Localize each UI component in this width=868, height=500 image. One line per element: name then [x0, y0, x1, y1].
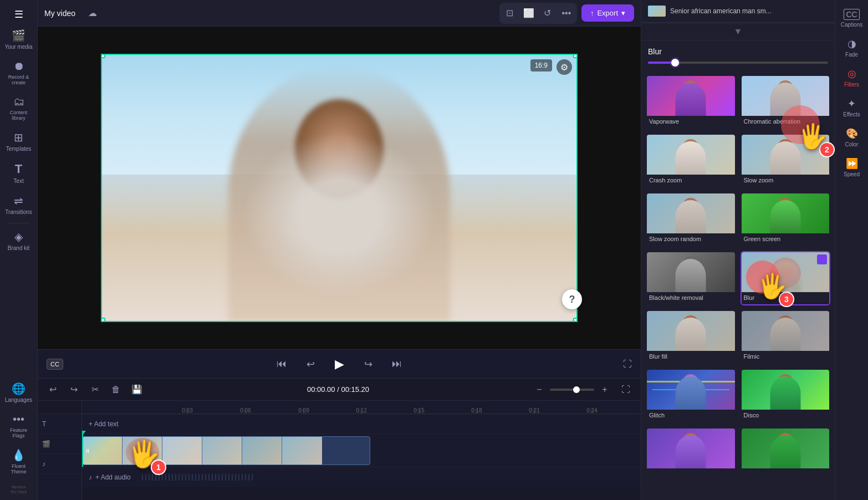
fullscreen-button[interactable]: ⛶: [623, 359, 632, 369]
filter-slow-zoom[interactable]: Slow zoom: [741, 134, 831, 188]
ft-body: [676, 200, 706, 233]
resize-handle-br[interactable]: [573, 318, 578, 322]
filter-bw[interactable]: Black/white removal: [646, 251, 736, 305]
panel-expand-arrow[interactable]: ›: [576, 177, 578, 199]
main-content: My video ☁ ⊡ ⬜ ↺ ••• ↑ Export ▾: [38, 0, 641, 500]
sidebar-item-fluent-theme[interactable]: 💧 FluentTheme: [0, 444, 37, 479]
ft-body: [770, 376, 800, 410]
sidebar-item-brand-kit[interactable]: ◈ Brand kit: [0, 226, 37, 256]
filter-vaporwave[interactable]: Vaporwave: [646, 75, 736, 129]
sidebar-item-content-library[interactable]: 🗂 Contentlibrary: [0, 91, 37, 125]
filter-green-screen[interactable]: Green screen: [741, 192, 831, 247]
filter-blur-fill[interactable]: Blur fill: [646, 310, 736, 364]
filter-filmic[interactable]: Filmic: [741, 310, 831, 364]
tool-effects[interactable]: ✦ Effects: [835, 93, 868, 122]
sidebar-item-templates[interactable]: ⊞ Templates: [0, 126, 37, 156]
resize-handle-bl[interactable]: [101, 318, 105, 322]
filter-crash-zoom[interactable]: Crash zoom: [646, 134, 736, 188]
cut-button[interactable]: ✂: [86, 381, 103, 398]
captions-button[interactable]: CC: [47, 359, 63, 370]
zoom-slider[interactable]: [550, 389, 594, 391]
clip-thumbnails: [83, 437, 370, 465]
timeline-expand-button[interactable]: ⛶: [617, 381, 634, 398]
filter-thumb-slow-zoom-random: [647, 193, 735, 233]
add-text-track[interactable]: + Add text: [82, 414, 641, 434]
version-label: Versionf5173e3: [11, 484, 27, 494]
sidebar-item-your-media[interactable]: 🎬 Your media: [0, 24, 37, 54]
transitions-icon: ⇌: [14, 194, 23, 207]
sidebar-item-record[interactable]: ⏺ Record &create: [0, 55, 37, 90]
scroll-indicator[interactable]: ▼: [641, 23, 835, 40]
fluent-theme-icon: 💧: [12, 448, 25, 462]
ft-body: [770, 435, 800, 468]
timeline-tracks[interactable]: 0:03 0:06 0:09 0:12 0:15 0:18 0:21 0:24: [82, 401, 641, 500]
hamburger-button[interactable]: ☰: [9, 4, 29, 24]
filter-disco[interactable]: Disco: [741, 369, 831, 423]
zoom-out-button[interactable]: −: [531, 381, 548, 398]
help-button[interactable]: ?: [562, 289, 582, 309]
video-canvas[interactable]: ⚙ 16:9 ›: [101, 54, 578, 322]
filter-blur[interactable]: ≡ Blur: [741, 251, 831, 305]
play-button[interactable]: ▶: [329, 354, 349, 374]
timeline-playhead[interactable]: [82, 434, 83, 467]
tool-color[interactable]: 🎨 Color: [835, 123, 868, 152]
sidebar-item-version: Versionf5173e3: [0, 480, 37, 499]
filter-effect14[interactable]: [741, 427, 831, 482]
zoom-slider-thumb[interactable]: [573, 386, 580, 393]
video-clip[interactable]: ⏸: [82, 436, 370, 465]
aspect-ratio-display[interactable]: 16:9: [530, 59, 552, 72]
filter-effect13[interactable]: [646, 427, 736, 482]
aspect-ratio-button[interactable]: ⬜: [520, 5, 537, 22]
blur-slider-container: [648, 62, 828, 64]
redo-button[interactable]: ↪: [65, 381, 82, 398]
cloud-save-button[interactable]: ☁: [84, 5, 101, 22]
tool-speed[interactable]: ⏩ Speed: [835, 153, 868, 182]
filter-glitch[interactable]: Glitch: [646, 369, 736, 423]
blur-slider[interactable]: [648, 62, 828, 64]
rewind-button[interactable]: ↩: [300, 354, 320, 374]
video-settings-button[interactable]: ⚙: [556, 59, 572, 75]
tool-fade[interactable]: ◑ Fade: [835, 33, 868, 62]
ft-body: [676, 259, 706, 292]
sidebar-item-transitions[interactable]: ⇌ Transitions: [0, 190, 37, 220]
filters-tool-icon: ◎: [847, 68, 856, 80]
add-audio-track[interactable]: ♪ + Add audio: [82, 467, 641, 487]
filter-chromatic[interactable]: Chromatic aberration: [741, 75, 831, 129]
ft-body: [770, 318, 800, 351]
project-title[interactable]: My video: [44, 9, 75, 18]
zoom-group: − +: [531, 381, 613, 398]
resize-handle-tl[interactable]: [101, 54, 105, 58]
audio-track-label: ♪: [38, 454, 81, 474]
tool-captions[interactable]: CC Captions: [835, 4, 868, 32]
video-track[interactable]: ⏸: [82, 434, 641, 467]
forward-button[interactable]: ↪: [358, 354, 378, 374]
timeline-labels: T 🎬 ♪: [38, 401, 82, 500]
zoom-in-button[interactable]: +: [596, 381, 613, 398]
crop-button[interactable]: ⊡: [502, 5, 518, 22]
music-note-icon: ♪: [89, 473, 92, 481]
timeline-ruler: 0:03 0:06 0:09 0:12 0:15 0:18 0:21 0:24: [82, 401, 641, 414]
delete-button[interactable]: 🗑: [108, 381, 124, 398]
sidebar-item-feature-flags[interactable]: ••• FeatureFlags: [0, 409, 37, 443]
audio-track-icon: ♪: [42, 460, 45, 468]
sidebar-item-languages[interactable]: 🌐 Languages: [0, 377, 37, 407]
filter-label: Chromatic aberration: [742, 116, 830, 128]
skip-back-button[interactable]: ⏮: [272, 354, 292, 374]
filter-thumb-filmic: [742, 311, 830, 351]
blur-slider-thumb[interactable]: [671, 59, 679, 67]
resize-handle-tr[interactable]: [573, 54, 578, 58]
left-sidebar: ☰ 🎬 Your media ⏺ Record &create 🗂 Conten…: [0, 0, 38, 500]
tool-filters[interactable]: ◎ Filters: [835, 63, 868, 92]
save-frame-button[interactable]: 💾: [129, 381, 145, 398]
export-button[interactable]: ↑ Export ▾: [581, 4, 634, 22]
sidebar-item-text[interactable]: T Text: [0, 157, 37, 188]
rotate-button[interactable]: ↺: [539, 5, 556, 22]
ft-body: [676, 318, 706, 351]
feature-flags-icon: •••: [13, 413, 24, 426]
skip-forward-button[interactable]: ⏭: [387, 354, 407, 374]
filter-thumb-vaporwave: [647, 76, 735, 116]
clip-thumb-4: [202, 437, 242, 465]
more-options-button[interactable]: •••: [558, 5, 575, 22]
filter-slow-zoom-random[interactable]: Slow zoom random: [646, 192, 736, 247]
undo-button[interactable]: ↩: [44, 381, 61, 398]
